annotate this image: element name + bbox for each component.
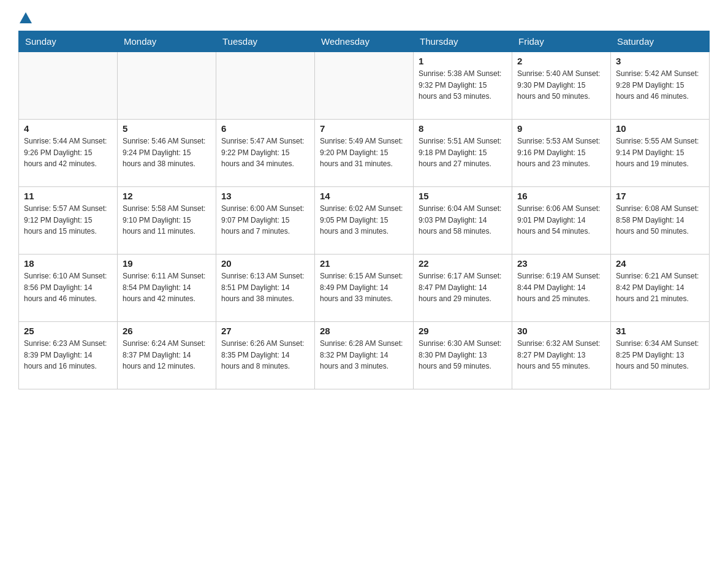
calendar-cell: 2Sunrise: 5:40 AM Sunset: 9:30 PM Daylig… bbox=[512, 52, 611, 120]
day-info: Sunrise: 5:42 AM Sunset: 9:28 PM Dayligh… bbox=[616, 68, 704, 102]
day-info: Sunrise: 6:19 AM Sunset: 8:44 PM Dayligh… bbox=[517, 270, 605, 305]
calendar-cell bbox=[118, 52, 216, 120]
day-info: Sunrise: 6:06 AM Sunset: 9:01 PM Dayligh… bbox=[517, 203, 605, 237]
calendar-cell: 6Sunrise: 5:47 AM Sunset: 9:22 PM Daylig… bbox=[216, 120, 315, 187]
day-info: Sunrise: 5:49 AM Sunset: 9:20 PM Dayligh… bbox=[320, 136, 408, 170]
calendar-cell: 17Sunrise: 6:08 AM Sunset: 8:58 PM Dayli… bbox=[611, 187, 710, 255]
day-info: Sunrise: 6:10 AM Sunset: 8:56 PM Dayligh… bbox=[24, 270, 112, 305]
day-info: Sunrise: 6:30 AM Sunset: 8:30 PM Dayligh… bbox=[419, 338, 507, 372]
day-info: Sunrise: 6:00 AM Sunset: 9:07 PM Dayligh… bbox=[221, 203, 309, 237]
day-info: Sunrise: 5:38 AM Sunset: 9:32 PM Dayligh… bbox=[419, 68, 507, 102]
column-header-saturday: Saturday bbox=[611, 31, 710, 52]
day-number: 4 bbox=[24, 123, 112, 134]
calendar-week-row: 11Sunrise: 5:57 AM Sunset: 9:12 PM Dayli… bbox=[19, 187, 710, 255]
calendar-cell: 27Sunrise: 6:26 AM Sunset: 8:35 PM Dayli… bbox=[216, 322, 315, 389]
column-header-monday: Monday bbox=[118, 31, 216, 52]
day-info: Sunrise: 6:13 AM Sunset: 8:51 PM Dayligh… bbox=[221, 270, 309, 305]
day-number: 6 bbox=[221, 123, 309, 134]
calendar-week-row: 4Sunrise: 5:44 AM Sunset: 9:26 PM Daylig… bbox=[19, 120, 710, 187]
day-number: 28 bbox=[320, 326, 408, 336]
calendar-cell: 4Sunrise: 5:44 AM Sunset: 9:26 PM Daylig… bbox=[19, 120, 118, 187]
day-info: Sunrise: 5:44 AM Sunset: 9:26 PM Dayligh… bbox=[24, 136, 112, 170]
calendar-cell: 21Sunrise: 6:15 AM Sunset: 8:49 PM Dayli… bbox=[315, 255, 414, 322]
day-number: 5 bbox=[123, 123, 211, 134]
day-info: Sunrise: 5:46 AM Sunset: 9:24 PM Dayligh… bbox=[123, 136, 211, 170]
calendar-cell: 31Sunrise: 6:34 AM Sunset: 8:25 PM Dayli… bbox=[611, 322, 710, 389]
day-info: Sunrise: 6:28 AM Sunset: 8:32 PM Dayligh… bbox=[320, 338, 408, 372]
day-info: Sunrise: 5:53 AM Sunset: 9:16 PM Dayligh… bbox=[517, 136, 605, 170]
day-number: 30 bbox=[517, 326, 605, 336]
day-number: 25 bbox=[24, 326, 112, 336]
day-number: 15 bbox=[419, 191, 507, 201]
day-info: Sunrise: 6:34 AM Sunset: 8:25 PM Dayligh… bbox=[616, 338, 704, 372]
calendar-cell: 14Sunrise: 6:02 AM Sunset: 9:05 PM Dayli… bbox=[315, 187, 414, 255]
day-number: 7 bbox=[320, 123, 408, 134]
day-number: 19 bbox=[123, 258, 211, 269]
day-info: Sunrise: 6:17 AM Sunset: 8:47 PM Dayligh… bbox=[419, 270, 507, 305]
day-number: 24 bbox=[616, 258, 704, 269]
day-info: Sunrise: 6:21 AM Sunset: 8:42 PM Dayligh… bbox=[616, 270, 704, 305]
calendar-cell: 23Sunrise: 6:19 AM Sunset: 8:44 PM Dayli… bbox=[512, 255, 611, 322]
calendar-cell: 13Sunrise: 6:00 AM Sunset: 9:07 PM Dayli… bbox=[216, 187, 315, 255]
calendar-cell: 26Sunrise: 6:24 AM Sunset: 8:37 PM Dayli… bbox=[118, 322, 216, 389]
day-info: Sunrise: 5:47 AM Sunset: 9:22 PM Dayligh… bbox=[221, 136, 309, 170]
day-number: 2 bbox=[517, 56, 605, 66]
day-number: 31 bbox=[616, 326, 704, 336]
calendar-cell: 12Sunrise: 5:58 AM Sunset: 9:10 PM Dayli… bbox=[118, 187, 216, 255]
calendar-cell: 1Sunrise: 5:38 AM Sunset: 9:32 PM Daylig… bbox=[414, 52, 512, 120]
column-header-wednesday: Wednesday bbox=[315, 31, 414, 52]
calendar-cell: 10Sunrise: 5:55 AM Sunset: 9:14 PM Dayli… bbox=[611, 120, 710, 187]
calendar-week-row: 25Sunrise: 6:23 AM Sunset: 8:39 PM Dayli… bbox=[19, 322, 710, 389]
day-number: 9 bbox=[517, 123, 605, 134]
calendar-cell: 8Sunrise: 5:51 AM Sunset: 9:18 PM Daylig… bbox=[414, 120, 512, 187]
day-info: Sunrise: 5:40 AM Sunset: 9:30 PM Dayligh… bbox=[517, 68, 605, 102]
day-number: 26 bbox=[123, 326, 211, 336]
column-header-sunday: Sunday bbox=[19, 31, 118, 52]
calendar-cell: 30Sunrise: 6:32 AM Sunset: 8:27 PM Dayli… bbox=[512, 322, 611, 389]
calendar-cell: 20Sunrise: 6:13 AM Sunset: 8:51 PM Dayli… bbox=[216, 255, 315, 322]
column-header-thursday: Thursday bbox=[414, 31, 512, 52]
calendar-cell: 25Sunrise: 6:23 AM Sunset: 8:39 PM Dayli… bbox=[19, 322, 118, 389]
calendar-header-row: SundayMondayTuesdayWednesdayThursdayFrid… bbox=[19, 31, 710, 52]
column-header-tuesday: Tuesday bbox=[216, 31, 315, 52]
calendar-cell: 28Sunrise: 6:28 AM Sunset: 8:32 PM Dayli… bbox=[315, 322, 414, 389]
day-info: Sunrise: 6:24 AM Sunset: 8:37 PM Dayligh… bbox=[123, 338, 211, 372]
calendar-cell: 9Sunrise: 5:53 AM Sunset: 9:16 PM Daylig… bbox=[512, 120, 611, 187]
calendar-week-row: 18Sunrise: 6:10 AM Sunset: 8:56 PM Dayli… bbox=[19, 255, 710, 322]
day-number: 3 bbox=[616, 56, 704, 66]
day-number: 11 bbox=[24, 191, 112, 201]
day-number: 22 bbox=[419, 258, 507, 269]
calendar-cell: 3Sunrise: 5:42 AM Sunset: 9:28 PM Daylig… bbox=[611, 52, 710, 120]
day-number: 23 bbox=[517, 258, 605, 269]
calendar-cell: 29Sunrise: 6:30 AM Sunset: 8:30 PM Dayli… bbox=[414, 322, 512, 389]
calendar-cell bbox=[19, 52, 118, 120]
calendar-week-row: 1Sunrise: 5:38 AM Sunset: 9:32 PM Daylig… bbox=[19, 52, 710, 120]
day-info: Sunrise: 5:57 AM Sunset: 9:12 PM Dayligh… bbox=[24, 203, 112, 237]
logo bbox=[18, 12, 32, 23]
day-number: 17 bbox=[616, 191, 704, 201]
day-info: Sunrise: 6:08 AM Sunset: 8:58 PM Dayligh… bbox=[616, 203, 704, 237]
calendar-cell: 7Sunrise: 5:49 AM Sunset: 9:20 PM Daylig… bbox=[315, 120, 414, 187]
day-info: Sunrise: 5:58 AM Sunset: 9:10 PM Dayligh… bbox=[123, 203, 211, 237]
day-info: Sunrise: 6:15 AM Sunset: 8:49 PM Dayligh… bbox=[320, 270, 408, 305]
day-number: 12 bbox=[123, 191, 211, 201]
day-info: Sunrise: 6:02 AM Sunset: 9:05 PM Dayligh… bbox=[320, 203, 408, 237]
day-info: Sunrise: 6:32 AM Sunset: 8:27 PM Dayligh… bbox=[517, 338, 605, 372]
calendar-table: SundayMondayTuesdayWednesdayThursdayFrid… bbox=[18, 31, 710, 389]
day-number: 8 bbox=[419, 123, 507, 134]
day-number: 14 bbox=[320, 191, 408, 201]
day-info: Sunrise: 5:51 AM Sunset: 9:18 PM Dayligh… bbox=[419, 136, 507, 170]
column-header-friday: Friday bbox=[512, 31, 611, 52]
calendar-cell: 5Sunrise: 5:46 AM Sunset: 9:24 PM Daylig… bbox=[118, 120, 216, 187]
day-info: Sunrise: 6:11 AM Sunset: 8:54 PM Dayligh… bbox=[123, 270, 211, 305]
day-info: Sunrise: 6:04 AM Sunset: 9:03 PM Dayligh… bbox=[419, 203, 507, 237]
day-number: 21 bbox=[320, 258, 408, 269]
calendar-cell: 18Sunrise: 6:10 AM Sunset: 8:56 PM Dayli… bbox=[19, 255, 118, 322]
calendar-cell: 16Sunrise: 6:06 AM Sunset: 9:01 PM Dayli… bbox=[512, 187, 611, 255]
calendar-cell: 24Sunrise: 6:21 AM Sunset: 8:42 PM Dayli… bbox=[611, 255, 710, 322]
calendar-cell bbox=[216, 52, 315, 120]
day-info: Sunrise: 5:55 AM Sunset: 9:14 PM Dayligh… bbox=[616, 136, 704, 170]
page-header bbox=[18, 12, 710, 23]
calendar-cell: 15Sunrise: 6:04 AM Sunset: 9:03 PM Dayli… bbox=[414, 187, 512, 255]
day-number: 20 bbox=[221, 258, 309, 269]
